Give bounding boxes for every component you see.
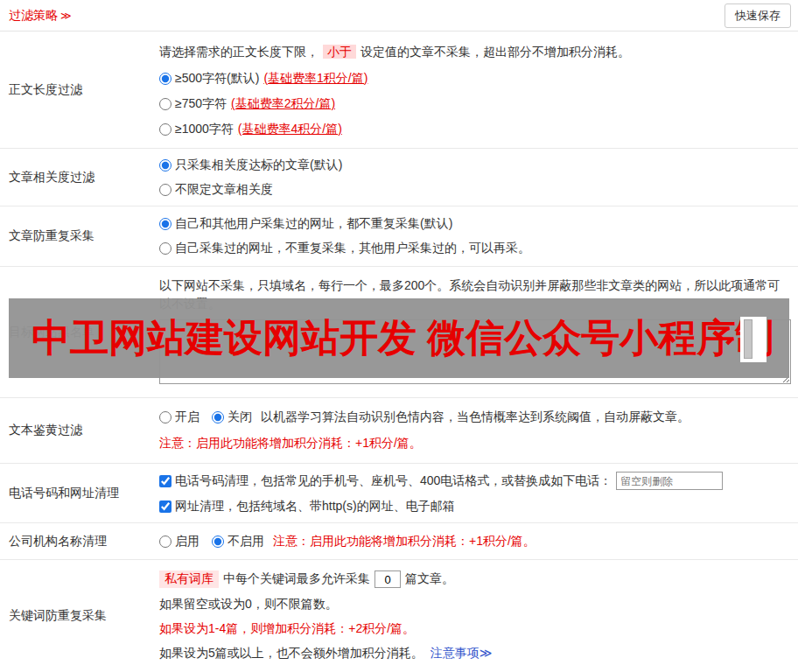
- length-radio-750[interactable]: [159, 98, 172, 110]
- chevron-expand-icon: ≫: [60, 10, 72, 22]
- row-phone-url-clean: 电话号码和网址清理 电话号码清理，包括常见的手机号、座机号、400电话格式，或替…: [0, 464, 798, 523]
- url-clean-option[interactable]: 网址清理，包括纯域名、带http(s)的网址、电子邮箱: [159, 499, 455, 514]
- porn-filter-content: 开启 关闭 以机器学习算法自动识别色情内容，当色情概率达到系统阈值，自动屏蔽文章…: [159, 398, 798, 463]
- keyword-dedup-content: 私有词库 中每个关键词最多允许采集 篇文章。 如果留空或设为0，则不限篇数。 如…: [159, 560, 798, 672]
- row-relevance-filter: 文章相关度过滤 只采集相关度达标的文章(默认) 不限定文章相关度: [0, 149, 798, 206]
- quick-save-button[interactable]: 快速保存: [724, 4, 791, 28]
- row-company-clean: 公司机构名称清理 启用 不启用 注意：启用此功能将增加积分消耗：+1积分/篇。: [0, 523, 798, 560]
- row-keyword-dedup: 关键词防重复采集 私有词库 中每个关键词最多允许采集 篇文章。 如果留空或设为0…: [0, 560, 798, 672]
- length-option-750[interactable]: ≥750字符 (基础费率2积分/篇): [159, 96, 335, 112]
- url-clean-option-label: 网址清理，包括纯域名、带http(s)的网址、电子邮箱: [175, 499, 455, 514]
- company-option-on[interactable]: 启用: [159, 534, 200, 550]
- length-option-500-label: ≥500字符(默认): [175, 71, 259, 87]
- company-option-off-label: 不启用: [228, 534, 264, 550]
- filter-strategy-toggle[interactable]: 过滤策略 ≫: [9, 8, 72, 24]
- length-radio-500[interactable]: [159, 73, 172, 85]
- company-option-on-label: 启用: [175, 534, 200, 550]
- company-clean-content: 启用 不启用 注意：启用此功能将增加积分消耗：+1积分/篇。: [159, 523, 798, 559]
- porn-radio-off[interactable]: [212, 411, 224, 424]
- keyword-note-zero: 如果留空或设为0，则不限篇数。: [159, 597, 791, 612]
- length-option-500-fee: (基础费率1积分/篇): [263, 71, 368, 87]
- length-option-750-fee: (基础费率2积分/篇): [231, 96, 335, 112]
- page-title: 过滤策略: [9, 8, 58, 24]
- dedup-option-all-users-label: 自己和其他用户采集过的网址，都不重复采集(默认): [175, 216, 452, 232]
- private-dict-chip: 私有词库: [159, 570, 219, 588]
- length-option-750-label: ≥750字符: [175, 96, 227, 112]
- scrollbar-thumb[interactable]: [744, 319, 752, 359]
- url-clean-checkbox[interactable]: [159, 500, 172, 513]
- dedup-radio-all-users[interactable]: [159, 218, 172, 230]
- relevance-option-strict[interactable]: 只采集相关度达标的文章(默认): [159, 158, 342, 173]
- porn-option-on-label: 开启: [175, 410, 200, 425]
- row-porn-filter: 文本鉴黄过滤 开启 关闭 以机器学习算法自动识别色情内容，当色情概率达到系统阈值…: [0, 398, 798, 464]
- phone-clean-option[interactable]: 电话号码清理，包括常见的手机号、座机号、400电话格式，或替换成如下电话：: [159, 473, 612, 489]
- porn-option-off[interactable]: 关闭: [212, 410, 252, 425]
- porn-option-off-label: 关闭: [228, 410, 252, 425]
- keyword-limit-text: 中每个关键词最多允许采集: [223, 571, 370, 587]
- company-clean-label: 公司机构名称清理: [0, 523, 159, 559]
- length-option-1000[interactable]: ≥1000字符 (基础费率4积分/篇): [159, 122, 342, 137]
- porn-radio-on[interactable]: [159, 411, 172, 424]
- dedup-option-self-only-label: 自己采集过的网址，不重复采集，其他用户采集过的，可以再采。: [175, 241, 530, 256]
- dedup-filter-content: 自己和其他用户采集过的网址，都不重复采集(默认) 自己采集过的网址，不重复采集，…: [159, 206, 798, 266]
- porn-option-on[interactable]: 开启: [159, 410, 200, 425]
- length-intro-before: 请选择需求的正文长度下限，: [159, 45, 318, 59]
- length-option-1000-fee: (基础费率4积分/篇): [238, 122, 342, 137]
- company-option-off[interactable]: 不启用: [212, 534, 264, 550]
- company-radio-on[interactable]: [159, 536, 172, 548]
- less-than-chip: 小于: [323, 45, 356, 59]
- relevance-radio-any[interactable]: [159, 184, 172, 196]
- length-radio-1000[interactable]: [159, 123, 172, 136]
- dedup-radio-self-only[interactable]: [159, 242, 172, 255]
- relevance-filter-content: 只采集相关度达标的文章(默认) 不限定文章相关度: [159, 149, 798, 206]
- phone-clean-checkbox[interactable]: [159, 475, 172, 487]
- phone-url-clean-label: 电话号码和网址清理: [0, 464, 159, 522]
- phone-replace-input[interactable]: [616, 472, 723, 490]
- porn-filter-description: 以机器学习算法自动识别色情内容，当色情概率达到系统阈值，自动屏蔽文章。: [261, 410, 690, 425]
- row-dedup-filter: 文章防重复采集 自己和其他用户采集过的网址，都不重复采集(默认) 自己采集过的网…: [0, 206, 798, 267]
- keyword-dedup-label: 关键词防重复采集: [0, 560, 159, 672]
- length-filter-intro: 请选择需求的正文长度下限，小于设定值的文章不采集，超出部分不增加积分消耗。: [159, 43, 791, 61]
- keyword-note-cost: 如果设为1-4篇，则增加积分消耗：+2积分/篇。: [159, 621, 791, 637]
- keyword-limit-input[interactable]: [374, 570, 401, 588]
- relevance-option-strict-label: 只采集相关度达标的文章(默认): [175, 158, 342, 173]
- company-radio-off[interactable]: [212, 536, 224, 548]
- length-intro-after: 设定值的文章不采集，超出部分不增加积分消耗。: [360, 45, 630, 59]
- watermark-overlay: 中卫网站建设网站开发 微信公众号小程序制: [9, 298, 789, 378]
- dedup-option-all-users[interactable]: 自己和其他用户采集过的网址，都不重复采集(默认): [159, 216, 452, 232]
- length-option-1000-label: ≥1000字符: [175, 122, 234, 137]
- relevance-filter-label: 文章相关度过滤: [0, 149, 159, 206]
- length-option-500[interactable]: ≥500字符(默认) (基础费率1积分/篇): [159, 71, 368, 87]
- length-filter-label: 正文长度过滤: [0, 32, 159, 148]
- relevance-radio-strict[interactable]: [159, 159, 172, 172]
- porn-filter-note: 注意：启用此功能将增加积分消耗：+1积分/篇。: [159, 436, 791, 452]
- keyword-limit-suffix: 篇文章。: [405, 571, 454, 587]
- notice-link[interactable]: 注意事项≫: [430, 646, 493, 662]
- relevance-option-any[interactable]: 不限定文章相关度: [159, 182, 273, 198]
- phone-clean-option-label: 电话号码清理，包括常见的手机号、座机号、400电话格式，或替换成如下电话：: [175, 473, 612, 489]
- dedup-option-self-only[interactable]: 自己采集过的网址，不重复采集，其他用户采集过的，可以再采。: [159, 241, 530, 256]
- dedup-filter-label: 文章防重复采集: [0, 206, 159, 266]
- length-filter-content: 请选择需求的正文长度下限，小于设定值的文章不采集，超出部分不增加积分消耗。 ≥5…: [159, 32, 798, 148]
- company-clean-note: 注意：启用此功能将增加积分消耗：+1积分/篇。: [273, 534, 536, 550]
- textarea-scrollbar[interactable]: [740, 317, 766, 362]
- row-length-filter: 正文长度过滤 请选择需求的正文长度下限，小于设定值的文章不采集，超出部分不增加积…: [0, 32, 798, 149]
- relevance-option-any-label: 不限定文章相关度: [175, 182, 273, 198]
- topbar: 过滤策略 ≫ 快速保存: [0, 0, 798, 32]
- filter-strategy-page: 过滤策略 ≫ 快速保存 正文长度过滤 请选择需求的正文长度下限，小于设定值的文章…: [0, 0, 798, 672]
- phone-url-clean-content: 电话号码清理，包括常见的手机号、座机号、400电话格式，或替换成如下电话： 网址…: [159, 464, 798, 522]
- porn-filter-label: 文本鉴黄过滤: [0, 398, 159, 463]
- watermark-text: 中卫网站建设网站开发 微信公众号小程序制: [9, 312, 774, 364]
- keyword-note-five: 如果设为5篇或以上，也不会额外增加积分消耗。: [159, 646, 424, 662]
